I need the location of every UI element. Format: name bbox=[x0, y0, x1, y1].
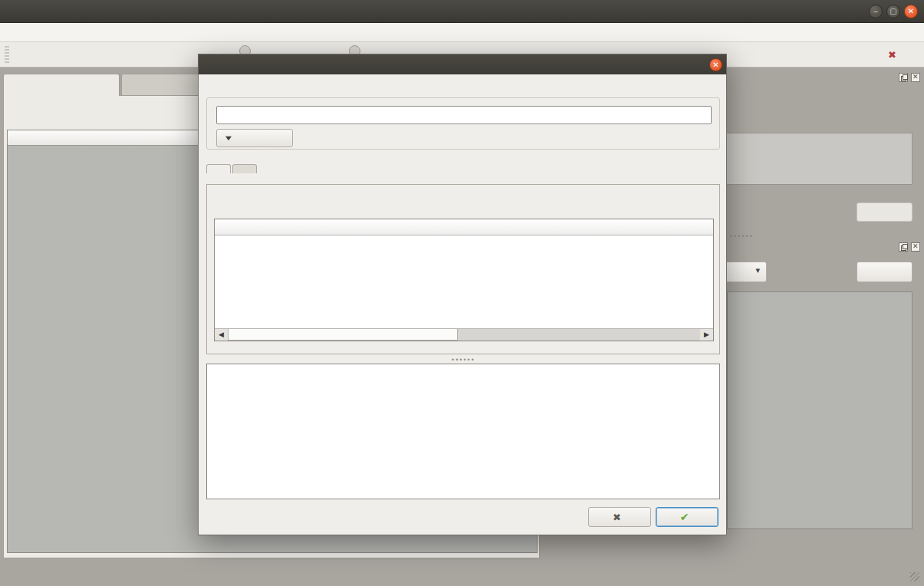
dialog-close-icon[interactable]: ✕ bbox=[709, 58, 722, 71]
close-database-icon: ✖ bbox=[888, 49, 896, 61]
close-icon[interactable]: ✕ bbox=[904, 5, 918, 18]
attach-database-button bbox=[860, 51, 873, 58]
sql-preview-editor[interactable] bbox=[206, 364, 720, 499]
window-titlebar: – ▢ ✕ bbox=[0, 0, 924, 23]
dock-close-icon[interactable] bbox=[911, 73, 920, 82]
advanced-button[interactable] bbox=[216, 129, 293, 147]
ok-check-icon: ✔ bbox=[680, 511, 689, 523]
cancel-button[interactable]: ✖ bbox=[588, 507, 651, 527]
dock2-close-icon[interactable] bbox=[911, 242, 920, 252]
sql-log-area[interactable] bbox=[727, 291, 912, 529]
new-database-button[interactable] bbox=[15, 51, 32, 58]
dialog-splitter[interactable]: •••••• bbox=[452, 356, 475, 364]
tab-browse-data[interactable] bbox=[121, 74, 206, 95]
edit-table-dialog: ✕ ◀ bbox=[198, 54, 727, 535]
dialog-titlebar: ✕ bbox=[199, 54, 726, 74]
resize-grip[interactable] bbox=[910, 572, 919, 581]
menubar bbox=[0, 23, 924, 42]
table-name-group bbox=[206, 97, 720, 150]
minimize-icon[interactable]: – bbox=[869, 5, 883, 18]
cancel-x-icon: ✖ bbox=[613, 512, 621, 523]
chevron-down-icon bbox=[225, 136, 232, 140]
toolbar-drag-handle[interactable] bbox=[5, 46, 9, 63]
close-database-button[interactable]: ✖ bbox=[882, 46, 907, 64]
maximize-icon[interactable]: ▢ bbox=[886, 5, 900, 18]
dock-float-icon[interactable] bbox=[899, 73, 908, 82]
clear-button[interactable] bbox=[857, 262, 912, 282]
scroll-left-icon[interactable]: ◀ bbox=[215, 329, 228, 341]
dock2-float-icon[interactable] bbox=[899, 242, 908, 252]
ok-button[interactable]: ✔ bbox=[656, 507, 718, 527]
apply-button bbox=[857, 202, 912, 222]
open-database-button[interactable] bbox=[43, 51, 60, 58]
fields-tab-panel: ◀ ▶ bbox=[206, 184, 720, 354]
scroll-right-icon[interactable]: ▶ bbox=[700, 329, 713, 341]
fields-hscrollbar[interactable]: ◀ ▶ bbox=[215, 328, 713, 341]
table-name-input[interactable] bbox=[216, 106, 712, 124]
tab-constraints[interactable] bbox=[232, 164, 257, 173]
tab-fields[interactable] bbox=[206, 164, 231, 173]
cell-editor-area[interactable] bbox=[724, 133, 912, 185]
app-window: – ▢ ✕ ✖ bbox=[0, 0, 924, 586]
scroll-thumb[interactable] bbox=[228, 329, 458, 341]
dock-splitter[interactable]: •••••• bbox=[730, 232, 754, 240]
fields-table: ◀ ▶ bbox=[214, 219, 714, 341]
tab-database-structure[interactable] bbox=[3, 74, 120, 96]
